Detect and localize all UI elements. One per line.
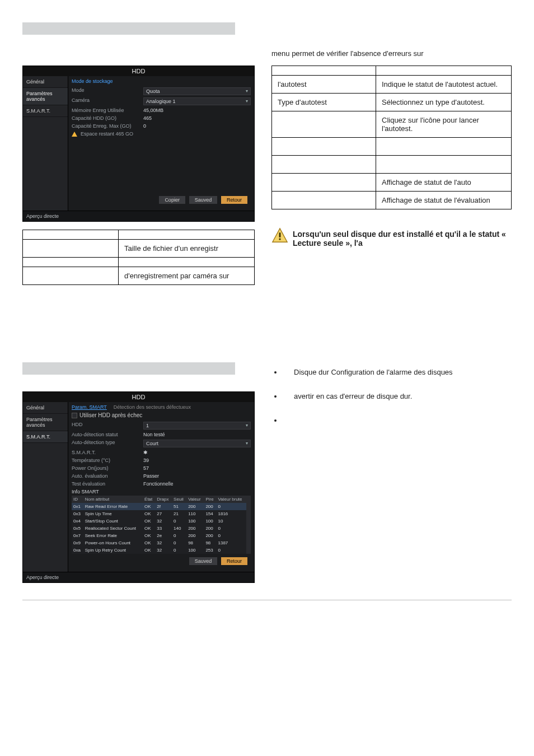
- table-cell: 0: [217, 532, 247, 539]
- selftest-type-select[interactable]: Court: [143, 440, 251, 447]
- document-page: menu permet de vérifier l'absence d'erre…: [0, 0, 534, 615]
- capacity-max-label: Capacité Enreg. Max (GO): [72, 123, 139, 129]
- auto-status-desc: Affichage de statut de l'auto: [376, 174, 512, 192]
- table-cell: 200: [186, 503, 204, 510]
- table-cell: 32: [155, 517, 172, 525]
- table-cell: 0: [217, 503, 247, 510]
- sidebar-item-smart[interactable]: S.M.A.R.T.: [23, 105, 68, 117]
- save-button[interactable]: Sauved: [189, 196, 218, 204]
- table-cell: 100: [186, 547, 204, 554]
- table-cell: 0: [172, 539, 186, 547]
- memory-value: 45,00MB: [143, 108, 251, 113]
- table-cell: 2e: [155, 532, 172, 539]
- auto-eval-value: Passer: [143, 473, 251, 479]
- tab-smart-params[interactable]: Param. SMART: [72, 404, 107, 410]
- dvr-screenshot-storage: HDD Général Paramètres avancés S.M.A.R.T…: [22, 66, 255, 222]
- selftest-type-label: Auto-détection type: [72, 440, 139, 447]
- power-on-value: 57: [143, 465, 251, 471]
- table-cell: 140: [172, 525, 186, 532]
- mode-select[interactable]: Quota: [143, 87, 251, 95]
- table-cell: 1387: [217, 539, 247, 547]
- table-cell: 27: [155, 510, 172, 517]
- camera-select[interactable]: Analogique 1: [143, 97, 251, 105]
- eval-status-desc: Affichage de statut de l'évaluation: [376, 192, 512, 209]
- autotest-type-desc: Sélectionnez un type d'autotest.: [376, 94, 512, 111]
- table-cell: Spin Up Retry Count: [83, 547, 143, 554]
- tab-bad-sectors[interactable]: Détection des secteurs défectueux: [114, 404, 191, 410]
- table-cell: 32: [155, 539, 172, 547]
- bullet-list: Disque dur Configuration de l'alarme des…: [271, 368, 512, 424]
- table-cell: 0x5: [72, 525, 83, 532]
- table-cell: OK: [143, 510, 155, 517]
- table-row[interactable]: 0x5Reallocated Sector CountOK33140200200…: [72, 525, 246, 532]
- table-cell: OK: [143, 517, 155, 525]
- th-stat: État: [143, 496, 155, 503]
- launch-autotest-desc: Cliquez sur l'icône pour lancer l'autote…: [376, 111, 512, 138]
- temp-label: Température (°C): [72, 458, 139, 463]
- footer-separator: [22, 600, 512, 600]
- left-description-table: Taille de fichier d'un enregistr d'enreg…: [22, 230, 255, 285]
- table-cell: 33: [155, 525, 172, 532]
- dvr-sidebar: Général Paramètres avancés S.M.A.R.T.: [23, 76, 68, 211]
- th-val: Valeur: [186, 496, 204, 503]
- autotest-type-label: Type d'autotest: [272, 94, 376, 111]
- use-hdd-after-fail-checkbox[interactable]: Utiliser HDD après échec: [72, 412, 251, 418]
- table-cell: 0: [217, 525, 247, 532]
- th-name: Nom attribut: [83, 496, 143, 503]
- sidebar-item-smart[interactable]: S.M.A.R.T.: [23, 431, 68, 443]
- save-button[interactable]: Sauved: [189, 557, 218, 565]
- table-cell: Reallocated Sector Count: [83, 525, 143, 532]
- dvr-title: HDD: [23, 392, 254, 402]
- copy-button[interactable]: Copier: [159, 196, 185, 204]
- warning-text: Lorsqu'un seul disque dur est installé e…: [293, 230, 506, 248]
- preview-label[interactable]: Aperçu directe: [23, 572, 254, 582]
- sidebar-item-advanced[interactable]: Paramètres avancés: [23, 88, 68, 105]
- table-cell: OK: [143, 547, 155, 554]
- return-button[interactable]: Retour: [221, 196, 247, 204]
- table-row[interactable]: 0x7Seek Error RateOK2e02002000: [72, 532, 246, 539]
- table-cell: 98: [204, 539, 216, 547]
- smart-label: S.M.A.R.T.: [72, 450, 139, 455]
- auto-eval-label: Auto. évaluation: [72, 473, 139, 479]
- bullet-text: Disque dur Configuration de l'alarme des…: [294, 368, 512, 376]
- table-row[interactable]: 0xaSpin Up Retry CountOK3201002530: [72, 547, 246, 554]
- table-cell: 98: [186, 539, 204, 547]
- table-cell: Power-on Hours Count: [83, 539, 143, 547]
- svg-rect-2: [279, 239, 281, 240]
- table-row[interactable]: 0x3Spin Up TimeOK27211101541816: [72, 510, 246, 517]
- table-cell: 200: [204, 503, 216, 510]
- table-cell: 32: [155, 547, 172, 554]
- table-cell: 2f: [155, 503, 172, 510]
- dvr-title: HDD: [23, 66, 254, 76]
- sidebar-item-advanced[interactable]: Paramètres avancés: [23, 414, 68, 431]
- sidebar-item-general[interactable]: Général: [23, 76, 68, 88]
- sidebar-item-general[interactable]: Général: [23, 402, 68, 414]
- capacity-label: Capacité HDD (GO): [72, 115, 139, 121]
- warning-icon: [72, 132, 77, 137]
- table-row[interactable]: 0x9Power-on Hours CountOK32098981387: [72, 539, 246, 547]
- record-per-camera-desc: d'enregistrement par caméra sur: [119, 267, 255, 285]
- redacted-heading: [22, 22, 235, 35]
- file-size-desc: Taille de fichier d'un enregistr: [119, 240, 255, 258]
- autotest-desc: Indique le statut de l'autotest actuel.: [376, 76, 512, 94]
- table-row[interactable]: 0x4Start/Stop CountOK32010010010: [72, 517, 246, 525]
- camera-label: Caméra: [72, 97, 139, 105]
- dvr-sidebar: Général Paramètres avancés S.M.A.R.T.: [23, 402, 68, 572]
- dvr-screenshot-smart: HDD Général Paramètres avancés S.M.A.R.T…: [22, 391, 255, 583]
- table-cell: 100: [204, 517, 216, 525]
- bullet-text: avertir en cas d'erreur de disque dur.: [294, 392, 512, 400]
- smart-launch-icon[interactable]: ✱: [143, 450, 251, 455]
- table-cell: Seek Error Rate: [83, 532, 143, 539]
- hdd-select[interactable]: 1: [143, 422, 251, 430]
- test-eval-label: Test évaluation: [72, 481, 139, 487]
- preview-label[interactable]: Aperçu directe: [23, 211, 254, 221]
- bullet-item: Disque dur Configuration de l'alarme des…: [283, 368, 512, 376]
- return-button[interactable]: Retour: [221, 557, 247, 565]
- temp-value: 39: [143, 458, 251, 463]
- table-row[interactable]: 0x1Raw Read Error RateOK2f512002000: [72, 503, 246, 510]
- mode-label: Mode: [72, 87, 139, 95]
- scrollbar[interactable]: [246, 496, 251, 554]
- smart-info-label: Info SMART: [72, 489, 139, 494]
- section-header: Mode de stockage: [72, 78, 251, 84]
- svg-rect-1: [279, 232, 281, 237]
